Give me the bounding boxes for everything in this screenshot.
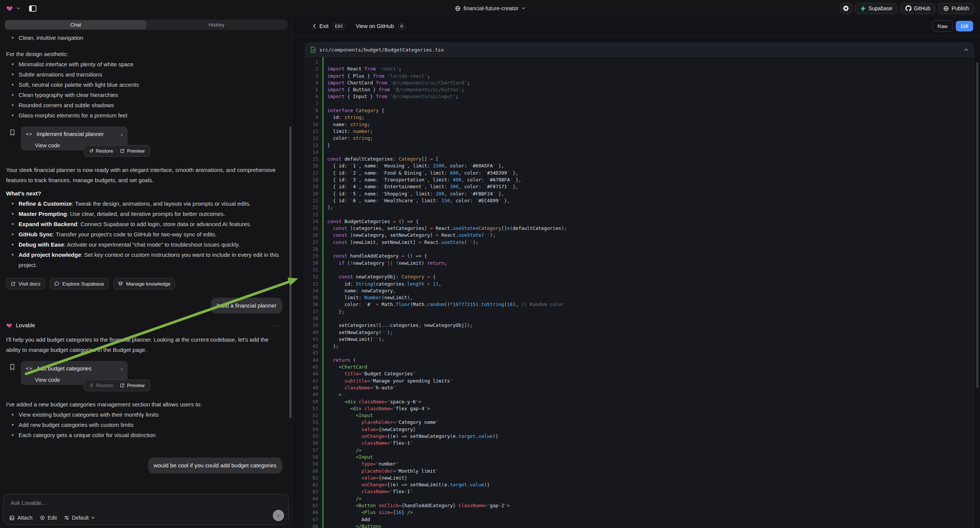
code-line: <div className="space-y-6"> (327, 398, 974, 405)
added-file-icon (311, 46, 316, 52)
line-number: 51 (305, 405, 320, 412)
scrollback-bullet-list: Clean, intuitive navigation (6, 33, 282, 43)
chat-panel: Chat History Clean, intuitive navigation… (0, 17, 293, 528)
code-line: <ChartCard (327, 364, 974, 371)
diff-toggle-button[interactable]: Diff (956, 21, 973, 32)
settings-button[interactable] (840, 3, 852, 14)
code-line: setNewLimit(''); (327, 336, 974, 343)
line-number: 61 (305, 475, 320, 482)
exit-button[interactable]: Exit (313, 23, 328, 29)
code-line: type="number" (327, 461, 974, 468)
user-message-bubble: would be cool if you could add budget ca… (148, 458, 282, 474)
code-editor[interactable]: 12345678⌄9101112131415⌄16171819202122232… (305, 57, 974, 528)
restore-label: Restore (96, 146, 113, 156)
github-button[interactable]: GitHub (900, 3, 935, 14)
explore-supabase-label: Explore Supabase (62, 279, 104, 289)
explore-supabase-button[interactable]: Explore Supabase (49, 278, 109, 289)
line-number: 38 (305, 315, 320, 322)
bookmark-icon[interactable] (10, 364, 15, 371)
next-steps-list: Refine & Customize: Tweak the design, an… (6, 199, 282, 270)
preview-button[interactable]: Preview (116, 145, 148, 156)
line-number: 27 (305, 239, 320, 246)
file-path-bar[interactable]: src/components/budget/BudgetCategories.t… (305, 43, 974, 57)
diff-added-bar (322, 57, 323, 528)
code-line: placeholder="Monthly limit" (327, 468, 974, 475)
esc-key-badge: ESC (332, 23, 345, 30)
collapse-chevron-up-icon[interactable] (964, 48, 968, 51)
tab-chat[interactable]: Chat (5, 21, 146, 29)
project-switcher[interactable]: financial-future-creator (455, 5, 525, 11)
line-number: 23 (305, 212, 320, 218)
code-line: ]; (327, 204, 974, 211)
code-line: Add (327, 516, 974, 523)
logo-chevron-down-icon[interactable] (17, 7, 20, 10)
publish-button[interactable]: Publish (938, 3, 974, 14)
chevron-left-icon (313, 24, 316, 29)
line-number: 42 (305, 343, 320, 350)
view-on-github-button[interactable]: View on GitHub (356, 23, 394, 29)
external-link-icon (11, 281, 16, 286)
edit-button[interactable]: Edit (40, 515, 57, 521)
preview-button[interactable]: Preview (116, 380, 148, 391)
line-number: 19 (305, 183, 320, 190)
code-line: import { Button } from '@/components/ui/… (327, 86, 974, 93)
line-number: 11 (305, 128, 320, 135)
restore-button[interactable]: ↺ Restore (86, 380, 116, 391)
send-button[interactable]: ↑ (273, 510, 284, 521)
tab-history[interactable]: History (146, 21, 287, 29)
line-number: 18 (305, 177, 320, 183)
gear-icon (843, 5, 849, 11)
restore-button[interactable]: ↺ Restore (86, 145, 116, 156)
message-more-menu[interactable]: ··· (272, 320, 280, 330)
line-number: 1 (305, 59, 320, 65)
code-line: }; (327, 343, 974, 350)
line-number: 55 (305, 433, 320, 440)
list-item: Clean typography with clear hierarchies (6, 90, 282, 100)
list-item: Subtle animations and transitions (6, 69, 282, 80)
version-card-title: Add budget categories (37, 364, 91, 374)
list-item: Refine & Customize: Tweak the design, an… (6, 199, 282, 209)
code-scrollbar-thumb[interactable] (976, 62, 978, 388)
line-number: 32⌄ (305, 274, 320, 280)
code-line: /> (327, 447, 974, 454)
top-bar: financial-future-creator Supabase (0, 0, 980, 17)
code-line: <Button onClick={handleAddCategory} clas… (327, 502, 974, 509)
version-card-implement-financial-planner[interactable]: <> Implement financial planner › View co… (21, 127, 128, 150)
chat-scroll-area[interactable]: Clean, intuitive navigation For the desi… (0, 30, 288, 491)
line-number: 45 (305, 364, 320, 371)
version-card-add-budget-categories[interactable]: <> Add budget categories › View code ↺ R… (21, 361, 128, 385)
line-number: 22 (305, 204, 320, 211)
list-item: Master Prompting: Use clear, detailed, a… (6, 209, 282, 219)
attach-button[interactable]: Attach (9, 515, 33, 521)
raw-toggle-button[interactable]: Raw (932, 21, 953, 32)
line-number: 47 (305, 378, 320, 385)
tab-history-label: History (208, 22, 224, 28)
code-line: value={newCategory} (327, 426, 974, 433)
code-line: </Button> (327, 523, 974, 528)
code-line: placeholder="Category name" (327, 419, 974, 426)
chat-scrollbar-thumb[interactable] (290, 127, 291, 418)
code-line: className="flex-1" (327, 440, 974, 447)
bookmark-icon[interactable] (10, 129, 15, 136)
code-line (327, 267, 974, 274)
added-bullet-list: View existing budget categories with the… (6, 409, 282, 440)
sidebar-toggle-icon[interactable] (29, 5, 37, 12)
tab-chat-label: Chat (70, 22, 81, 28)
chat-input[interactable] (10, 499, 282, 506)
code-line: { id: '2', name: 'Food & Dining', limit:… (327, 170, 974, 177)
code-line: id: string; (327, 114, 974, 121)
mode-label: Default (72, 515, 89, 521)
chevron-down-icon (91, 517, 95, 519)
sliders-icon (64, 515, 69, 520)
visit-docs-button[interactable]: Visit docs (6, 278, 45, 289)
list-item: Debug with Ease: Activate our experiment… (6, 239, 282, 250)
manage-knowledge-button[interactable]: Manage knowledge (113, 278, 175, 289)
lovable-logo-heart-icon[interactable] (6, 5, 13, 12)
supabase-button[interactable]: Supabase (855, 3, 897, 14)
code-icon: <> (26, 364, 33, 374)
code-line: limit: number; (327, 128, 974, 135)
mode-select[interactable]: Default (64, 515, 95, 521)
code-line: color: string; (327, 135, 974, 142)
code-line (327, 350, 974, 356)
line-number: 20 (305, 191, 320, 197)
